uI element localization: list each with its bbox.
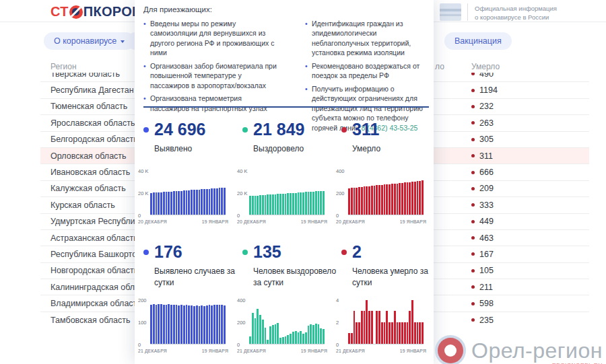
bar [308,326,310,344]
bar [265,328,267,344]
bar [178,191,180,215]
bar [265,195,267,215]
bar [163,305,165,344]
bullet-item: Организована термометрия пассажиров на т… [143,94,281,113]
bar [315,324,317,344]
bar [269,194,271,215]
red-dot-icon [471,73,475,75]
stat-value: 176 [154,242,182,262]
bar [249,336,251,344]
bar [354,188,356,215]
bar [366,300,368,344]
stat-daily-deaths: 2 Человека умерло за сутки [341,242,436,289]
bar [199,306,201,344]
orel-region-logo-icon [435,335,466,364]
chart-total-confirmed: 40 K20 K020 ДЕКАБРЯ19 ЯНВАРЯ [138,166,228,230]
bar [153,304,155,344]
red-dot-icon [471,318,475,322]
bar [180,305,182,344]
y-axis-tick: 0 [237,213,240,219]
bar [252,196,254,215]
bar [191,190,193,215]
bar [176,305,178,344]
bar [216,305,218,344]
bar [252,313,254,344]
bar [153,192,155,215]
bar [399,322,401,344]
bar [221,305,223,344]
y-axis-tick: 400 [336,168,345,174]
blue-dot-icon [143,127,149,133]
bar [407,182,409,215]
bar [417,181,419,215]
bar [206,305,208,344]
watermark-site: REGIONOREL.RU [552,362,603,364]
bar [364,186,366,215]
red-dot-icon [471,171,475,174]
tab-about-coronavirus[interactable]: О коронавирусе [44,32,135,50]
bar [211,305,213,344]
bar [386,311,388,344]
bar [320,191,322,215]
bar [302,334,304,344]
bar [285,194,287,215]
x-axis-labels: 20 ДЕКАБРЯ19 ЯНВАРЯ [237,219,327,224]
y-axis-tick: 0 [336,342,339,348]
bar-plot [249,300,325,344]
bar [255,318,257,344]
region-name: Ивановская область [50,168,130,177]
blue-dot-icon [143,250,149,255]
bar [193,190,195,215]
bar [282,337,284,344]
y-axis-tick: 100 [138,320,147,326]
bar [224,305,226,344]
stat-label: Выявлено случаев за сутки [154,266,242,289]
region-name: Новгородская область [50,266,138,275]
bar [374,186,376,215]
bar [384,322,386,344]
bar [417,322,419,344]
bar [312,192,314,215]
bar [267,340,269,344]
bar [186,190,188,215]
bar [275,324,277,344]
tab-vaccination[interactable]: Вакцинация [444,32,512,50]
region-name: Тверская область [50,73,120,79]
bar [298,192,300,215]
deaths-value: 449 [471,217,494,226]
bar [199,190,201,215]
section-divider [143,106,429,108]
bar [213,305,215,344]
region-name: Ярославская область [50,118,135,128]
bar [287,193,289,215]
chart-daily-confirmed: 200100021 ДЕКАБРЯ19 ЯНВАРЯ [138,295,228,359]
bar [315,191,317,215]
bar [419,181,421,215]
bar [305,192,307,215]
bar [358,322,360,344]
watermark-title-text: Орел-регион [471,338,603,363]
bar [178,305,180,344]
crossed-virus-icon [69,5,83,19]
green-dot-icon [242,127,248,133]
bar [156,192,158,215]
bar [391,184,393,215]
red-dot-icon [471,187,475,190]
bar [356,188,358,215]
red-dot-icon [471,269,475,272]
bar-plot [249,171,325,215]
bar [277,323,279,344]
bar [158,304,160,344]
deaths-value: 666 [471,168,494,177]
bar [290,334,292,344]
bar [183,190,185,215]
stat-daily-recovered: 135 Человек выздоровело за сутки [242,242,337,289]
region-name: Тамбовская область [50,316,131,325]
deaths-value: 1194 [471,85,498,95]
red-dot-icon [471,121,475,124]
bar [348,188,350,215]
bar [219,305,221,344]
bar [224,188,226,215]
bar [401,183,403,215]
tab-label: О коронавирусе [54,36,116,46]
